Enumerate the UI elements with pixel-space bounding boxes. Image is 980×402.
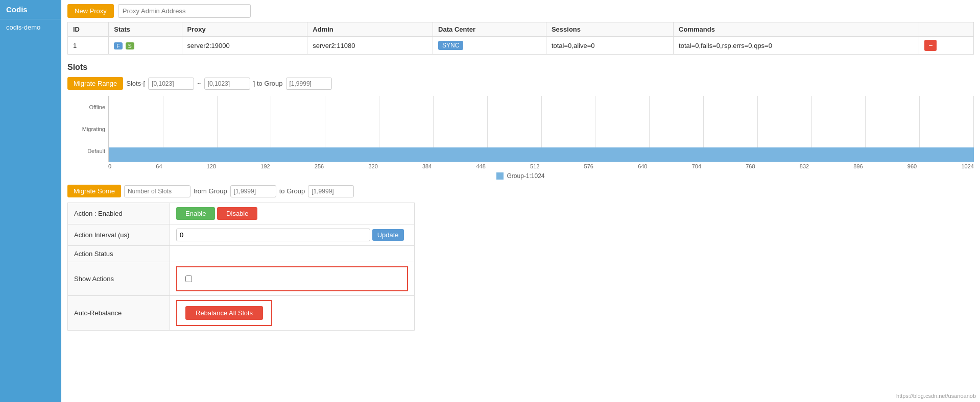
slots-to-input[interactable] bbox=[204, 78, 250, 90]
col-proxy: Proxy bbox=[182, 22, 307, 37]
group-input[interactable] bbox=[286, 78, 332, 90]
migrate-some-row: Migrate Some from Group to Group bbox=[67, 185, 974, 197]
x-label-896: 896 bbox=[853, 163, 863, 169]
y-label-offline: Offline bbox=[67, 104, 105, 110]
slots-dash: ~ bbox=[197, 80, 201, 87]
action-table: Action : Enabled Enable Disable Action I… bbox=[67, 203, 415, 331]
rebalance-button[interactable]: Rebalance All Slots bbox=[185, 306, 263, 320]
watermark: https://blog.csdn.net/usanoanob bbox=[896, 393, 976, 399]
to-group-input-some[interactable] bbox=[308, 185, 354, 197]
number-of-slots-input[interactable] bbox=[124, 185, 190, 197]
new-proxy-button[interactable]: New Proxy bbox=[67, 4, 114, 18]
chart-x-labels: 0 64 128 192 256 320 384 448 512 576 640… bbox=[108, 162, 974, 169]
col-datacenter: Data Center bbox=[433, 22, 546, 37]
col-sessions: Sessions bbox=[546, 22, 673, 37]
col-admin: Admin bbox=[307, 22, 433, 37]
cell-id: 1 bbox=[68, 37, 109, 55]
disable-button[interactable]: Disable bbox=[217, 207, 257, 220]
migrate-some-button[interactable]: Migrate Some bbox=[67, 185, 121, 197]
interval-input[interactable]: 0 bbox=[176, 229, 370, 241]
rebalance-container: Rebalance All Slots bbox=[176, 300, 272, 326]
badge-sync: SYNC bbox=[438, 41, 463, 50]
chart-y-labels: Offline Migrating Default bbox=[67, 96, 108, 162]
x-label-256: 256 bbox=[315, 163, 324, 169]
chart-bar-default bbox=[109, 147, 974, 162]
migrate-range-row: Migrate Range Slots-[ ~ ] to Group bbox=[67, 77, 974, 90]
chart-container: Offline Migrating Default bbox=[67, 96, 974, 180]
slots-to-group-label: ] to Group bbox=[253, 80, 283, 87]
enable-button[interactable]: Enable bbox=[176, 207, 215, 220]
action-interval-label: Action Interval (us) bbox=[68, 224, 170, 246]
table-header-row: ID Stats Proxy Admin Data Center Session… bbox=[68, 22, 974, 37]
show-actions-label: Show Actions bbox=[68, 262, 170, 296]
x-label-960: 960 bbox=[907, 163, 917, 169]
x-label-64: 64 bbox=[156, 163, 162, 169]
x-label-0: 0 bbox=[108, 163, 111, 169]
y-label-migrating: Migrating bbox=[67, 126, 105, 132]
col-commands: Commands bbox=[674, 22, 919, 37]
slots-title: Slots bbox=[67, 63, 974, 72]
chart-area bbox=[108, 96, 974, 162]
cell-stats: F S bbox=[109, 37, 182, 55]
x-label-704: 704 bbox=[692, 163, 701, 169]
col-stats: Stats bbox=[109, 22, 182, 37]
cell-admin: server2:11080 bbox=[307, 37, 433, 55]
from-group-label: from Group bbox=[194, 187, 227, 195]
cell-commands: total=0,fails=0,rsp.errs=0,qps=0 bbox=[674, 37, 919, 55]
proxy-admin-input[interactable] bbox=[118, 4, 251, 18]
x-label-640: 640 bbox=[638, 163, 647, 169]
action-status-value bbox=[170, 246, 415, 262]
update-button[interactable]: Update bbox=[372, 229, 404, 241]
from-group-input[interactable] bbox=[230, 185, 276, 197]
slots-prefix-label: Slots-[ bbox=[126, 80, 145, 87]
delete-proxy-button[interactable]: − bbox=[924, 40, 937, 51]
legend-color bbox=[496, 172, 504, 180]
badge-s: S bbox=[126, 42, 134, 49]
action-interval-row: Action Interval (us) 0 Update bbox=[68, 224, 415, 246]
cell-sessions: total=0,alive=0 bbox=[546, 37, 673, 55]
action-status-label: Action Status bbox=[68, 246, 170, 262]
action-enabled-row: Action : Enabled Enable Disable bbox=[68, 203, 415, 224]
cell-proxy: server2:19000 bbox=[182, 37, 307, 55]
x-label-128: 128 bbox=[207, 163, 216, 169]
x-label-832: 832 bbox=[800, 163, 809, 169]
show-actions-control bbox=[170, 262, 415, 296]
auto-rebalance-label: Auto-Rebalance bbox=[68, 296, 170, 331]
action-status-row: Action Status bbox=[68, 246, 415, 262]
x-label-384: 384 bbox=[422, 163, 432, 169]
show-actions-area bbox=[176, 266, 408, 291]
slots-section: Slots Migrate Range Slots-[ ~ ] to Group… bbox=[67, 63, 974, 331]
sidebar-title: Codis bbox=[0, 0, 61, 19]
action-interval-controls: 0 Update bbox=[170, 224, 415, 246]
top-bar: New Proxy bbox=[67, 4, 974, 18]
slots-from-input[interactable] bbox=[148, 78, 194, 90]
x-label-512: 512 bbox=[530, 163, 539, 169]
main-content: New Proxy ID Stats Proxy Admin Data Cent… bbox=[61, 0, 980, 402]
migrate-range-button[interactable]: Migrate Range bbox=[67, 77, 123, 90]
auto-rebalance-control: Rebalance All Slots bbox=[170, 296, 415, 331]
badge-f: F bbox=[114, 42, 123, 49]
col-action bbox=[919, 22, 974, 37]
y-label-default: Default bbox=[67, 148, 105, 154]
auto-rebalance-row: Auto-Rebalance Rebalance All Slots bbox=[68, 296, 415, 331]
x-label-576: 576 bbox=[584, 163, 593, 169]
legend-label: Group-1:1024 bbox=[507, 172, 544, 180]
x-label-1024: 1024 bbox=[961, 163, 973, 169]
cell-datacenter: SYNC bbox=[433, 37, 546, 55]
col-id: ID bbox=[68, 22, 109, 37]
x-label-448: 448 bbox=[476, 163, 485, 169]
to-group-label-some: to Group bbox=[279, 187, 305, 195]
show-actions-row: Show Actions bbox=[68, 262, 415, 296]
chart-legend: Group-1:1024 bbox=[67, 172, 974, 180]
x-label-320: 320 bbox=[368, 163, 377, 169]
action-enabled-label: Action : Enabled bbox=[68, 203, 170, 224]
proxy-table: ID Stats Proxy Admin Data Center Session… bbox=[67, 22, 974, 55]
show-actions-checkbox[interactable] bbox=[185, 275, 192, 282]
cell-delete[interactable]: − bbox=[919, 37, 974, 55]
x-label-192: 192 bbox=[260, 163, 270, 169]
sidebar: Codis codis-demo bbox=[0, 0, 61, 402]
table-row: 1 F S server2:19000 server2:11080 SYNC t… bbox=[68, 37, 974, 55]
sidebar-item-codis-demo[interactable]: codis-demo bbox=[0, 19, 61, 35]
action-enabled-controls: Enable Disable bbox=[170, 203, 415, 224]
x-label-768: 768 bbox=[746, 163, 755, 169]
